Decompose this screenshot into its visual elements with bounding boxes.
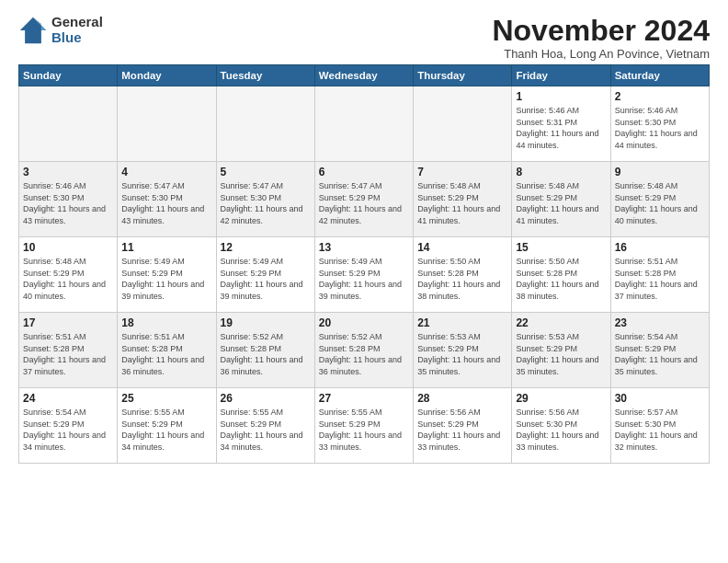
- day-detail: Sunrise: 5:54 AM Sunset: 5:29 PM Dayligh…: [615, 331, 705, 377]
- calendar-cell: [314, 86, 413, 162]
- calendar-cell: 20Sunrise: 5:52 AM Sunset: 5:28 PM Dayli…: [314, 313, 413, 388]
- calendar-cell: 30Sunrise: 5:57 AM Sunset: 5:30 PM Dayli…: [610, 388, 709, 464]
- calendar-cell: 7Sunrise: 5:48 AM Sunset: 5:29 PM Daylig…: [414, 162, 512, 237]
- calendar-cell: 13Sunrise: 5:49 AM Sunset: 5:29 PM Dayli…: [314, 237, 413, 313]
- day-detail: Sunrise: 5:51 AM Sunset: 5:28 PM Dayligh…: [615, 256, 705, 302]
- day-detail: Sunrise: 5:48 AM Sunset: 5:29 PM Dayligh…: [23, 256, 113, 302]
- calendar-cell: 27Sunrise: 5:55 AM Sunset: 5:29 PM Dayli…: [314, 388, 413, 464]
- day-detail: Sunrise: 5:52 AM Sunset: 5:28 PM Dayligh…: [221, 331, 311, 377]
- page: General Blue November 2024 Thanh Hoa, Lo…: [0, 0, 728, 478]
- day-number: 17: [23, 316, 113, 329]
- day-number: 13: [319, 241, 409, 254]
- col-friday: Friday: [512, 65, 610, 86]
- day-number: 9: [615, 166, 705, 178]
- day-detail: Sunrise: 5:46 AM Sunset: 5:30 PM Dayligh…: [615, 105, 705, 151]
- day-number: 6: [319, 166, 409, 178]
- col-thursday: Thursday: [414, 65, 512, 86]
- logo: General Blue: [18, 15, 103, 45]
- calendar-week-1: 3Sunrise: 5:46 AM Sunset: 5:30 PM Daylig…: [19, 162, 710, 237]
- day-number: 2: [615, 90, 705, 103]
- day-number: 3: [23, 166, 113, 178]
- day-detail: Sunrise: 5:49 AM Sunset: 5:29 PM Dayligh…: [221, 256, 311, 302]
- day-detail: Sunrise: 5:48 AM Sunset: 5:29 PM Dayligh…: [615, 180, 705, 226]
- day-detail: Sunrise: 5:46 AM Sunset: 5:30 PM Dayligh…: [23, 180, 113, 226]
- header: General Blue November 2024 Thanh Hoa, Lo…: [18, 15, 710, 61]
- day-detail: Sunrise: 5:54 AM Sunset: 5:29 PM Dayligh…: [23, 407, 113, 453]
- day-number: 14: [417, 241, 507, 254]
- day-number: 24: [23, 392, 113, 405]
- day-detail: Sunrise: 5:49 AM Sunset: 5:29 PM Dayligh…: [319, 256, 409, 302]
- calendar-cell: 26Sunrise: 5:55 AM Sunset: 5:29 PM Dayli…: [216, 388, 314, 464]
- day-detail: Sunrise: 5:52 AM Sunset: 5:28 PM Dayligh…: [319, 331, 409, 377]
- day-number: 28: [417, 392, 507, 405]
- day-detail: Sunrise: 5:51 AM Sunset: 5:28 PM Dayligh…: [121, 331, 211, 377]
- calendar-week-0: 1Sunrise: 5:46 AM Sunset: 5:31 PM Daylig…: [19, 86, 710, 162]
- day-detail: Sunrise: 5:50 AM Sunset: 5:28 PM Dayligh…: [417, 256, 507, 302]
- day-detail: Sunrise: 5:57 AM Sunset: 5:30 PM Dayligh…: [615, 407, 705, 453]
- calendar-cell: 16Sunrise: 5:51 AM Sunset: 5:28 PM Dayli…: [610, 237, 709, 313]
- calendar-cell: 28Sunrise: 5:56 AM Sunset: 5:29 PM Dayli…: [414, 388, 512, 464]
- calendar-cell: 8Sunrise: 5:48 AM Sunset: 5:29 PM Daylig…: [512, 162, 610, 237]
- calendar-cell: 21Sunrise: 5:53 AM Sunset: 5:29 PM Dayli…: [414, 313, 512, 388]
- calendar-cell: 2Sunrise: 5:46 AM Sunset: 5:30 PM Daylig…: [610, 86, 709, 162]
- subtitle: Thanh Hoa, Long An Povince, Vietnam: [492, 47, 710, 61]
- day-detail: Sunrise: 5:48 AM Sunset: 5:29 PM Dayligh…: [516, 180, 606, 226]
- day-number: 18: [121, 316, 211, 329]
- col-saturday: Saturday: [610, 65, 709, 86]
- day-detail: Sunrise: 5:47 AM Sunset: 5:30 PM Dayligh…: [221, 180, 311, 226]
- calendar-cell: 10Sunrise: 5:48 AM Sunset: 5:29 PM Dayli…: [19, 237, 118, 313]
- calendar-cell: 14Sunrise: 5:50 AM Sunset: 5:28 PM Dayli…: [414, 237, 512, 313]
- title-block: November 2024 Thanh Hoa, Long An Povince…: [492, 15, 710, 61]
- calendar-cell: 4Sunrise: 5:47 AM Sunset: 5:30 PM Daylig…: [118, 162, 216, 237]
- calendar-cell: 12Sunrise: 5:49 AM Sunset: 5:29 PM Dayli…: [216, 237, 314, 313]
- day-number: 25: [121, 392, 211, 405]
- day-number: 15: [516, 241, 606, 254]
- day-number: 27: [319, 392, 409, 405]
- day-detail: Sunrise: 5:55 AM Sunset: 5:29 PM Dayligh…: [221, 407, 311, 453]
- calendar-cell: 23Sunrise: 5:54 AM Sunset: 5:29 PM Dayli…: [610, 313, 709, 388]
- day-number: 29: [516, 392, 606, 405]
- calendar-cell: 29Sunrise: 5:56 AM Sunset: 5:30 PM Dayli…: [512, 388, 610, 464]
- calendar-cell: 19Sunrise: 5:52 AM Sunset: 5:28 PM Dayli…: [216, 313, 314, 388]
- calendar-cell: 1Sunrise: 5:46 AM Sunset: 5:31 PM Daylig…: [512, 86, 610, 162]
- day-number: 30: [615, 392, 705, 405]
- logo-blue-text: Blue: [51, 30, 103, 46]
- header-row: Sunday Monday Tuesday Wednesday Thursday…: [19, 65, 710, 86]
- day-number: 10: [23, 241, 113, 254]
- calendar-cell: [216, 86, 314, 162]
- day-detail: Sunrise: 5:56 AM Sunset: 5:29 PM Dayligh…: [417, 407, 507, 453]
- calendar-week-2: 10Sunrise: 5:48 AM Sunset: 5:29 PM Dayli…: [19, 237, 710, 313]
- day-number: 16: [615, 241, 705, 254]
- calendar-cell: 24Sunrise: 5:54 AM Sunset: 5:29 PM Dayli…: [19, 388, 118, 464]
- logo-icon: [18, 16, 48, 45]
- calendar-cell: 11Sunrise: 5:49 AM Sunset: 5:29 PM Dayli…: [118, 237, 216, 313]
- day-number: 21: [417, 316, 507, 329]
- day-detail: Sunrise: 5:47 AM Sunset: 5:29 PM Dayligh…: [319, 180, 409, 226]
- calendar-cell: 5Sunrise: 5:47 AM Sunset: 5:30 PM Daylig…: [216, 162, 314, 237]
- calendar-cell: 17Sunrise: 5:51 AM Sunset: 5:28 PM Dayli…: [19, 313, 118, 388]
- col-tuesday: Tuesday: [216, 65, 314, 86]
- col-wednesday: Wednesday: [314, 65, 413, 86]
- calendar-cell: 18Sunrise: 5:51 AM Sunset: 5:28 PM Dayli…: [118, 313, 216, 388]
- col-monday: Monday: [118, 65, 216, 86]
- col-sunday: Sunday: [19, 65, 118, 86]
- day-detail: Sunrise: 5:55 AM Sunset: 5:29 PM Dayligh…: [319, 407, 409, 453]
- calendar-cell: [414, 86, 512, 162]
- logo-text: General Blue: [51, 15, 103, 45]
- day-detail: Sunrise: 5:51 AM Sunset: 5:28 PM Dayligh…: [23, 331, 113, 377]
- day-number: 8: [516, 166, 606, 178]
- day-number: 5: [221, 166, 311, 178]
- calendar-cell: [118, 86, 216, 162]
- day-detail: Sunrise: 5:53 AM Sunset: 5:29 PM Dayligh…: [516, 331, 606, 377]
- calendar-cell: 22Sunrise: 5:53 AM Sunset: 5:29 PM Dayli…: [512, 313, 610, 388]
- day-number: 12: [221, 241, 311, 254]
- logo-general-text: General: [51, 15, 103, 30]
- calendar-cell: 25Sunrise: 5:55 AM Sunset: 5:29 PM Dayli…: [118, 388, 216, 464]
- day-detail: Sunrise: 5:53 AM Sunset: 5:29 PM Dayligh…: [417, 331, 507, 377]
- day-number: 22: [516, 316, 606, 329]
- day-number: 1: [516, 90, 606, 103]
- calendar-cell: 3Sunrise: 5:46 AM Sunset: 5:30 PM Daylig…: [19, 162, 118, 237]
- day-number: 11: [121, 241, 211, 254]
- calendar-week-3: 17Sunrise: 5:51 AM Sunset: 5:28 PM Dayli…: [19, 313, 710, 388]
- calendar-cell: 6Sunrise: 5:47 AM Sunset: 5:29 PM Daylig…: [314, 162, 413, 237]
